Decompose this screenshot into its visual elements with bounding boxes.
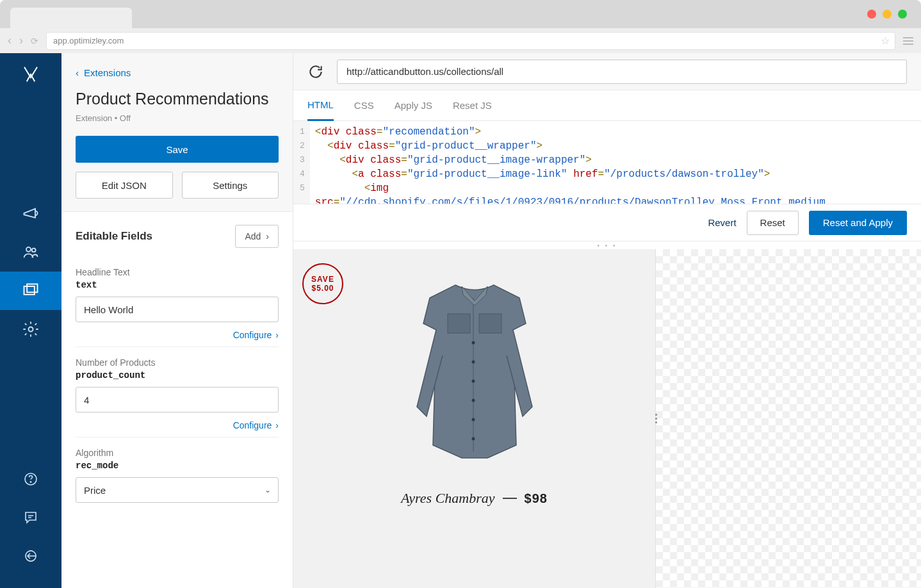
nav-feedback[interactable] [0,498,61,537]
svg-point-4 [29,327,33,332]
tab-css[interactable]: CSS [354,90,374,121]
field-label: Number of Products [76,357,279,368]
edit-json-button[interactable]: Edit JSON [76,172,173,199]
preview-empty-area [655,249,921,588]
preview-url-input[interactable] [337,60,907,84]
forward-icon[interactable]: › [19,34,23,47]
svg-rect-8 [479,314,501,333]
left-nav-rail [0,53,61,588]
chevron-right-icon: › [266,231,269,241]
reset-and-apply-button[interactable]: Reset and Apply [809,211,907,235]
revert-button[interactable]: Revert [708,217,736,228]
settings-button[interactable]: Settings [182,172,279,199]
svg-point-13 [471,418,475,421]
field-number-of-products: Number of Products product_count Configu… [76,347,279,437]
tab-apply-js[interactable]: Apply JS [395,90,432,121]
editor-sidebar: ‹ Extensions Product Recommendations Ext… [61,53,293,588]
browser-address-text: app.optimizley.com [53,36,124,45]
reset-button[interactable]: Reset [747,211,799,235]
svg-rect-7 [448,314,470,333]
code-content[interactable]: <div class="recomendation"> <div class="… [310,121,837,204]
app-logo-icon[interactable] [21,65,40,86]
main-editor: HTML CSS Apply JS Reset JS 1 2 3 4 5 <di… [293,53,921,588]
page-subtitle: Extension • Off [76,113,279,123]
code-gutter: 1 2 3 4 5 [293,121,310,204]
breadcrumb-back[interactable]: ‹ Extensions [76,67,279,78]
code-actions: Revert Reset Reset and Apply [293,204,921,241]
field-input-text[interactable] [76,297,279,322]
svg-rect-2 [24,286,35,295]
nav-campaigns[interactable] [0,195,61,233]
editable-fields-heading: Editable Fields [76,230,152,243]
field-code: product_count [76,370,279,380]
nav-settings[interactable] [0,310,61,348]
browser-address-bar[interactable]: app.optimizley.com ☆ [46,32,895,50]
svg-point-11 [471,380,475,383]
bookmark-star-icon[interactable]: ☆ [881,35,890,47]
tab-html[interactable]: HTML [307,90,334,121]
svg-rect-3 [27,284,37,293]
configure-link[interactable]: Configure › [76,330,279,340]
save-badge: SAVE $5.00 [302,263,343,304]
reload-icon[interactable]: ⟳ [31,36,38,46]
svg-point-6 [30,482,31,482]
preview-product-card: SAVE $5.00 Ayres C [293,249,655,588]
svg-point-10 [471,361,475,364]
minimize-window-icon[interactable] [883,10,892,19]
chevron-right-icon: › [275,330,279,340]
svg-point-0 [26,247,31,252]
badge-line1: SAVE [311,275,334,284]
vertical-resize-handle[interactable]: • • • [293,241,921,249]
field-label: Algorithm [76,448,279,458]
nav-pages[interactable] [0,272,61,310]
caption-divider [503,498,517,499]
svg-point-14 [471,437,475,441]
tab-reset-js[interactable]: Reset JS [453,90,492,121]
field-headline-text: Headline Text text Configure › [76,257,279,347]
svg-point-12 [471,399,475,402]
preview-pane: SAVE $5.00 Ayres C [293,249,921,588]
nav-help[interactable] [0,460,61,498]
chevron-right-icon: › [275,420,279,430]
product-image [391,279,558,471]
field-code: text [76,280,279,290]
add-field-button[interactable]: Add › [235,225,279,248]
close-window-icon[interactable] [867,10,876,19]
svg-point-1 [32,249,36,252]
code-editor[interactable]: 1 2 3 4 5 <div class="recomendation"> <d… [293,121,921,204]
nav-logout[interactable] [0,537,61,575]
field-algorithm: Algorithm rec_mode ⌄ [76,437,279,509]
product-caption: Ayres Chambray $98 [401,490,548,507]
browser-tab[interactable] [10,8,132,28]
reload-preview-icon[interactable] [307,63,324,80]
chevron-left-icon: ‹ [76,67,79,78]
field-code: rec_mode [76,461,279,471]
window-controls [867,10,907,19]
save-button[interactable]: Save [76,136,279,163]
back-icon[interactable]: ‹ [8,34,12,47]
field-select-rec-mode[interactable] [76,477,279,503]
product-price: $98 [525,491,548,506]
product-name: Ayres Chambray [401,490,494,507]
browser-chrome: ‹ › ⟳ app.optimizley.com ☆ [0,0,921,53]
code-tabs: HTML CSS Apply JS Reset JS [293,90,921,121]
svg-point-9 [471,341,475,345]
add-label: Add [245,231,261,241]
nav-audiences[interactable] [0,233,61,272]
browser-menu-icon[interactable] [903,37,913,45]
horizontal-resize-handle[interactable] [652,406,660,432]
badge-line2: $5.00 [311,284,334,293]
field-label: Headline Text [76,267,279,277]
breadcrumb-label: Extensions [84,67,131,78]
field-input-product-count[interactable] [76,387,279,412]
maximize-window-icon[interactable] [898,10,907,19]
page-title: Product Recommendations [76,90,279,108]
configure-link[interactable]: Configure › [76,420,279,430]
